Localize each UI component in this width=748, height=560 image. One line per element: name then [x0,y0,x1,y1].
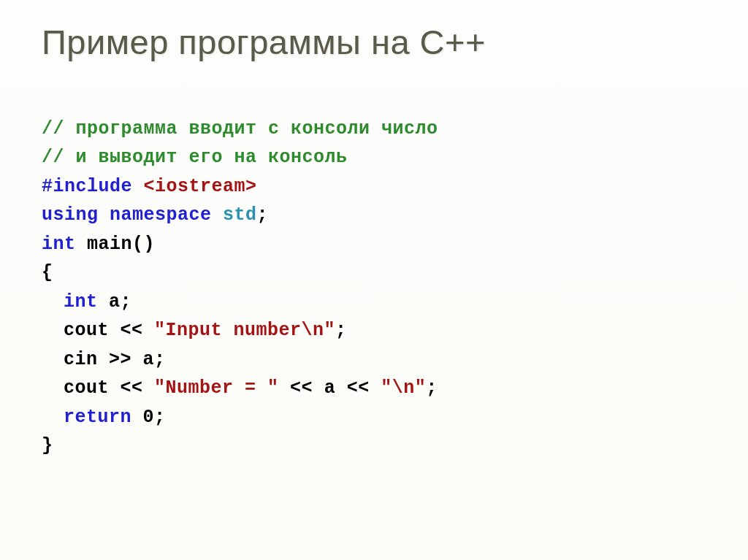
cin-identifier: cin [64,349,98,370]
cout-identifier: cout [64,320,109,341]
close-brace: } [42,435,53,456]
comment-line-1: // программа вводит с консоли число [42,118,438,139]
return-keyword: return [64,407,131,428]
stream-out-op: << [347,377,370,399]
include-keyword: #include [42,176,132,197]
string-number-eq: "Number = " [154,377,279,399]
string-input-number: "Input number\n" [154,320,335,341]
semicolon: ; [335,320,347,341]
cout-identifier: cout [64,377,109,399]
parentheses: () [132,234,155,255]
stream-out-op: << [121,377,143,399]
comment-line-2: // и выводит его на консоль [42,147,348,168]
string-newline: "\n" [381,377,426,399]
slide-title: Пример программы на C++ [42,22,715,62]
stream-out-op: << [290,377,313,399]
semicolon: ; [257,204,269,226]
semicolon: ; [121,291,132,312]
semicolon: ; [426,377,438,399]
zero-literal: 0 [143,407,155,428]
code-block: // программа вводит с консоли число // и… [42,85,715,461]
using-keyword: using [42,204,99,226]
int-type: int [42,234,76,255]
slide: Пример программы на C++ // программа вво… [0,0,748,560]
include-header: <iostream> [144,176,257,197]
int-type: int [64,291,98,312]
semicolon: ; [154,407,166,428]
open-brace: { [42,262,53,283]
var-a: a [109,291,121,312]
semicolon: ; [154,349,166,370]
main-identifier: main [87,234,132,255]
std-identifier: std [223,204,257,226]
var-a: a [143,349,155,370]
stream-out-op: << [121,320,143,341]
namespace-keyword: namespace [110,204,212,226]
var-a: a [324,377,336,399]
stream-in-op: >> [109,349,131,370]
